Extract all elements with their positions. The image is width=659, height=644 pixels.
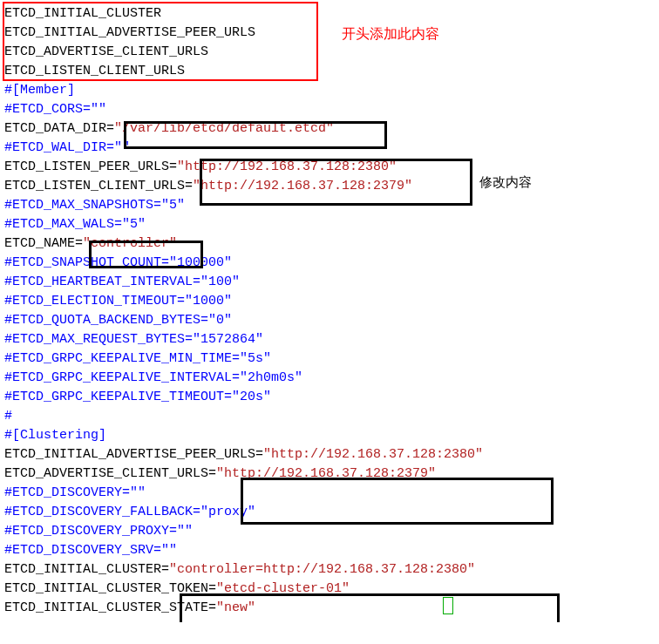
config-comment: #ETCD_WAL_DIR=""	[4, 139, 659, 158]
config-line: ETCD_LISTEN_PEER_URLS="http://192.168.37…	[4, 158, 659, 177]
key: ETCD_LISTEN_CLIENT_URLS=	[4, 179, 193, 193]
key: ETCD_DATA_DIR=	[4, 121, 114, 136]
config-line: ETCD_INITIAL_CLUSTER_TOKEN="etcd-cluster…	[4, 580, 659, 599]
config-comment: #ETCD_GRPC_KEEPALIVE_MIN_TIME="5s"	[4, 349, 659, 369]
config-comment: #ETCD_DISCOVERY_FALLBACK="proxy"	[4, 503, 659, 522]
config-line: ETCD_LISTEN_CLIENT_URLS="http://192.168.…	[4, 177, 659, 196]
config-comment: #ETCD_MAX_REQUEST_BYTES="1572864"	[4, 330, 659, 349]
value: "/var/lib/etcd/default.etcd"	[114, 121, 334, 136]
config-comment: #ETCD_DISCOVERY_PROXY=""	[4, 522, 659, 541]
config-line: ETCD_ADVERTISE_CLIENT_URLS="http://192.1…	[4, 464, 659, 484]
value: "http://192.168.37.128:2379"	[193, 179, 412, 193]
config-comment: #ETCD_GRPC_KEEPALIVE_TIMEOUT="20s"	[4, 388, 659, 407]
annotation-modify: 修改内容	[479, 173, 532, 192]
config-comment: #ETCD_ELECTION_TIMEOUT="1000"	[4, 292, 659, 311]
value: "controller"	[83, 236, 177, 251]
value: "http://192.168.37.128:2380"	[177, 159, 397, 174]
config-file-view: 开头添加此内容 修改内容 ETCD_INITIAL_CLUSTER ETCD_I…	[0, 0, 659, 622]
config-comment: #ETCD_QUOTA_BACKEND_BYTES="0"	[4, 311, 659, 330]
config-line: ETCD_INITIAL_CLUSTER	[4, 4, 659, 24]
annotation-top: 开头添加此内容	[342, 24, 439, 44]
value: "controller=http://192.168.37.128:2380"	[169, 562, 475, 577]
config-comment: #ETCD_GRPC_KEEPALIVE_INTERVAL="2h0m0s"	[4, 369, 659, 388]
config-line: ETCD_INITIAL_ADVERTISE_PEER_URLS="http:/…	[4, 445, 659, 464]
value: "http://192.168.37.128:2380"	[263, 447, 483, 462]
config-comment: #ETCD_DISCOVERY_SRV=""	[4, 541, 659, 560]
value: "http://192.168.37.128:2379"	[216, 466, 436, 481]
config-comment: #	[4, 407, 659, 426]
config-line: ETCD_NAME="controller"	[4, 234, 659, 254]
config-comment: #ETCD_MAX_WALS="5"	[4, 215, 659, 234]
config-line: ETCD_INITIAL_ADVERTISE_PEER_URLS	[4, 24, 659, 43]
config-comment: #[Clustering]	[4, 426, 659, 445]
config-line: ETCD_INITIAL_CLUSTER_STATE="new"	[4, 599, 659, 618]
config-comment: #ETCD_CORS=""	[4, 100, 659, 119]
config-comment: #ETCD_HEARTBEAT_INTERVAL="100"	[4, 273, 659, 292]
config-comment: #ETCD_MAX_SNAPSHOTS="5"	[4, 196, 659, 215]
key: ETCD_INITIAL_CLUSTER_STATE=	[4, 600, 216, 615]
key: ETCD_LISTEN_PEER_URLS=	[4, 159, 177, 174]
config-line: ETCD_ADVERTISE_CLIENT_URLS	[4, 43, 659, 62]
config-comment: #ETCD_DISCOVERY=""	[4, 484, 659, 503]
config-line: ETCD_DATA_DIR="/var/lib/etcd/default.etc…	[4, 119, 659, 139]
key: ETCD_INITIAL_CLUSTER_TOKEN=	[4, 581, 216, 596]
key: ETCD_NAME=	[4, 236, 83, 251]
value: "etcd-cluster-01"	[216, 581, 350, 596]
config-comment: #[Member]	[4, 81, 659, 100]
config-line: ETCD_INITIAL_CLUSTER="controller=http://…	[4, 560, 659, 580]
key: ETCD_INITIAL_CLUSTER=	[4, 562, 169, 577]
key: ETCD_INITIAL_ADVERTISE_PEER_URLS=	[4, 447, 263, 462]
config-comment: #ETCD_SNAPSHOT_COUNT="100000"	[4, 254, 659, 273]
config-line: ETCD_LISTEN_CLIENT_URLS	[4, 62, 659, 81]
key: ETCD_ADVERTISE_CLIENT_URLS=	[4, 466, 216, 481]
value: "new"	[216, 600, 255, 615]
